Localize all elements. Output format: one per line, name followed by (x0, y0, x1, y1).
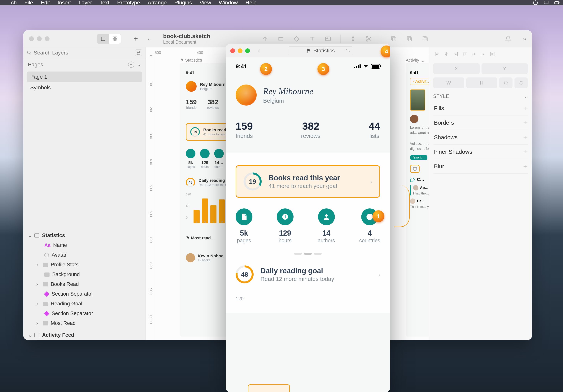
layer-most-read[interactable]: ›Most Read (23, 318, 145, 328)
distribute-icon[interactable] (489, 51, 495, 57)
layers-sidebar: Pages + ⌄ Page 1 Symbols ⌄ Statistics Aa… (23, 47, 146, 340)
artboard-statistics-row[interactable]: ⌄ Statistics (23, 230, 145, 240)
page-item-page1[interactable]: Page 1 (27, 72, 142, 82)
tabbar-highlight[interactable] (248, 384, 290, 392)
w-field[interactable]: W (433, 77, 464, 88)
layer-background[interactable]: Background (23, 270, 145, 279)
borders-row[interactable]: Borders+ (433, 115, 528, 130)
align-top-icon[interactable] (462, 51, 468, 57)
union-icon[interactable] (391, 36, 397, 42)
layer-avatar[interactable]: Avatar (23, 250, 145, 260)
record-icon[interactable] (533, 0, 538, 5)
h-field[interactable]: H (466, 77, 497, 88)
menu-prototype[interactable]: Prototype (117, 0, 140, 6)
stat-card-pages[interactable]: 5kpages (236, 208, 252, 244)
stat-friends[interactable]: 159friends (236, 120, 253, 139)
window-traffic-lights[interactable] (230, 48, 250, 53)
hotspot-charm-1[interactable]: 1 (372, 210, 384, 222)
stat-reviews[interactable]: 382reviews (301, 120, 320, 139)
symbol-tool-icon[interactable] (293, 36, 300, 42)
document-title[interactable]: book-club.sketch Local Document (163, 33, 210, 45)
components-view-button[interactable] (109, 34, 121, 44)
align-middle-icon[interactable] (471, 51, 477, 57)
layer-books-read[interactable]: ›Books Read (23, 279, 145, 289)
notifications-icon[interactable] (505, 36, 511, 42)
menu-window[interactable]: Window (219, 0, 238, 6)
svg-rect-18 (423, 37, 426, 40)
window-traffic-lights[interactable] (29, 36, 50, 41)
fills-row[interactable]: Fills+ (433, 101, 528, 115)
page-indicator[interactable] (236, 253, 380, 255)
text-tool-icon[interactable] (309, 36, 316, 42)
arrow-up-icon[interactable] (262, 36, 269, 42)
image-tool-icon[interactable] (325, 36, 331, 42)
add-border-icon[interactable]: + (523, 119, 527, 126)
flip-v-button[interactable] (514, 77, 528, 88)
screen-icon[interactable] (543, 0, 549, 5)
page-item-symbols[interactable]: Symbols (27, 82, 142, 93)
menu-insert[interactable]: Insert (58, 0, 71, 6)
add-page-button[interactable]: + (128, 62, 134, 68)
books-read-card[interactable]: 19 Books read this year 41 more to reach… (236, 165, 380, 198)
layer-reading-goal[interactable]: ›Reading Goal (23, 299, 145, 309)
scissors-icon[interactable] (365, 36, 372, 42)
layer-section-sep2[interactable]: Section Separator (23, 309, 145, 318)
layer-name[interactable]: AaName (23, 240, 145, 250)
chevron-right-icon: › (378, 271, 380, 278)
insert-button[interactable]: + (131, 34, 141, 44)
align-right-icon[interactable] (453, 51, 458, 57)
stat-lists[interactable]: 44lists (369, 120, 380, 139)
blur-row[interactable]: Blur+ (433, 159, 528, 174)
shadows-row[interactable]: Shadows+ (433, 130, 528, 145)
menu-arrange[interactable]: Arrange (148, 0, 167, 6)
align-bottom-icon[interactable] (480, 51, 486, 57)
layer-profile-stats[interactable]: ›Profile Stats (23, 260, 145, 270)
x-field[interactable]: X (433, 63, 480, 74)
artboard-icon (34, 333, 39, 337)
pen-tool-icon[interactable] (350, 36, 356, 42)
menu-plugins[interactable]: Plugins (174, 0, 192, 6)
subtract-icon[interactable] (406, 36, 413, 42)
menu-app[interactable]: ch (11, 0, 17, 6)
flip-h-button[interactable] (499, 77, 512, 88)
add-inner-shadow-icon[interactable]: + (523, 148, 527, 155)
intersect-icon[interactable] (422, 36, 428, 42)
battery-icon[interactable] (554, 0, 560, 5)
menu-edit[interactable]: Edit (41, 0, 50, 6)
align-left-icon[interactable] (434, 51, 440, 57)
stat-card-authors[interactable]: 14authors (318, 208, 335, 244)
menu-file[interactable]: File (25, 0, 33, 6)
align-center-h-icon[interactable] (444, 51, 449, 57)
search-layers-input[interactable] (34, 50, 135, 56)
style-collapse-icon[interactable]: ⌄ (524, 93, 528, 99)
insert-dropdown-icon[interactable]: ⌄ (147, 36, 151, 41)
add-shadow-icon[interactable]: + (523, 133, 527, 141)
preview-back-button[interactable]: ‹ (258, 47, 260, 55)
stat-card-hours[interactable]: 129hours (277, 208, 294, 244)
add-fill-icon[interactable]: + (523, 104, 527, 112)
tag-pill[interactable]: favorit… (410, 155, 427, 160)
artboard-selector[interactable]: ⚑ Statistics ⌃⌄ (288, 47, 353, 55)
book-cover[interactable] (410, 89, 425, 111)
menu-layer[interactable]: Layer (79, 0, 92, 6)
hotspot-charm-2[interactable]: 2 (260, 63, 272, 75)
menu-text[interactable]: Text (100, 0, 109, 6)
lock-toggle-icon[interactable] (135, 49, 142, 56)
daily-goal-card[interactable]: 48 Daily reading goal Read 12 more minut… (236, 266, 380, 283)
view-mode-segment[interactable] (97, 34, 121, 44)
overflow-icon[interactable]: » (523, 35, 526, 42)
add-blur-icon[interactable]: + (523, 163, 527, 170)
layer-section-sep1[interactable]: Section Separator (23, 289, 145, 299)
artboard-activity-row[interactable]: ⌄ Activity Feed (23, 330, 145, 340)
hotspot-charm-3[interactable]: 3 (318, 63, 329, 75)
menu-help[interactable]: Help (245, 0, 257, 6)
pages-collapse-icon[interactable]: ⌄ (137, 61, 141, 68)
canvas-view-button[interactable] (97, 34, 109, 44)
search-icon (27, 50, 32, 55)
inner-shadows-row[interactable]: Inner Shadows+ (433, 145, 528, 159)
y-field[interactable]: Y (482, 63, 528, 74)
heart-button[interactable] (410, 165, 420, 173)
menu-view[interactable]: View (200, 0, 211, 6)
back-button[interactable]: ‹ Activit… (410, 78, 429, 85)
rect-tool-icon[interactable] (278, 36, 284, 42)
